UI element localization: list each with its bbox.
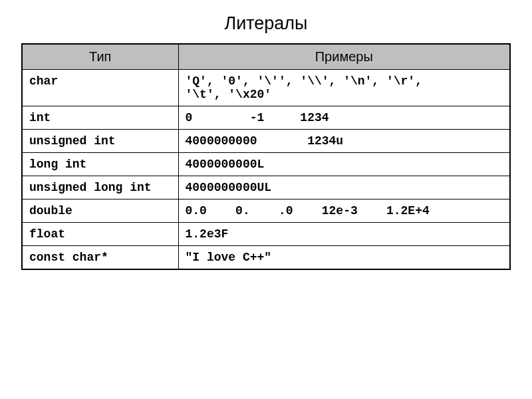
literals-table: Тип Примеры char 'Q', '0', '\'', '\\', '… (21, 43, 511, 270)
cell-examples: 4000000000UL (178, 176, 510, 200)
cell-type: const char* (22, 246, 178, 270)
page-title: Литералы (21, 13, 511, 34)
table-row: int 0 -1 1234 (22, 106, 510, 130)
table-row: long int 4000000000L (22, 153, 510, 176)
cell-examples: 'Q', '0', '\'', '\\', '\n', '\r', '\t', … (178, 70, 510, 106)
cell-type: long int (22, 153, 178, 176)
cell-examples: 1.2e3F (178, 223, 510, 246)
cell-type: char (22, 70, 178, 106)
cell-examples: 4000000000L (178, 153, 510, 176)
table-row: char 'Q', '0', '\'', '\\', '\n', '\r', '… (22, 70, 510, 106)
header-type: Тип (22, 44, 178, 70)
table-row: const char* "I love C++" (22, 246, 510, 270)
cell-examples: "I love C++" (178, 246, 510, 270)
table-row: unsigned long int 4000000000UL (22, 176, 510, 200)
table-row: unsigned int 4000000000 1234u (22, 130, 510, 153)
cell-type: int (22, 106, 178, 130)
cell-type: double (22, 200, 178, 223)
cell-examples: 0.0 0. .0 12e-3 1.2E+4 (178, 200, 510, 223)
cell-examples: 0 -1 1234 (178, 106, 510, 130)
table-row: double 0.0 0. .0 12e-3 1.2E+4 (22, 200, 510, 223)
cell-type: unsigned long int (22, 176, 178, 200)
table-row: float 1.2e3F (22, 223, 510, 246)
table-header-row: Тип Примеры (22, 44, 510, 70)
header-examples: Примеры (178, 44, 510, 70)
cell-examples: 4000000000 1234u (178, 130, 510, 153)
cell-type: float (22, 223, 178, 246)
cell-type: unsigned int (22, 130, 178, 153)
